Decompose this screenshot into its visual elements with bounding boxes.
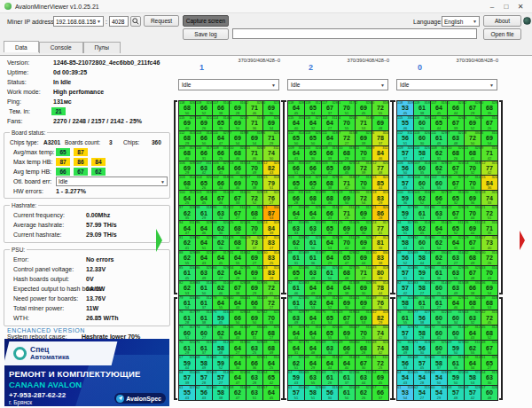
chip-cell: 773146138 [196, 310, 213, 326]
hw-errors-label: HW errors: [13, 188, 43, 194]
chip-cell: 623155427 [414, 386, 431, 401]
chip-cell: 1013166252 [414, 191, 431, 206]
row-label: Hash boards output: [13, 276, 69, 282]
window-title: AvalonMinerViewer v1.0.25.21 [15, 4, 485, 10]
close-button[interactable]: ✕ [513, 3, 528, 11]
chip-cell: 1023186644 [213, 176, 230, 191]
avg-max-temp-label: Avg/max temp: [13, 149, 55, 155]
chip-cell: 903126254 [431, 236, 448, 251]
chip-cell: 1123146550 [288, 131, 305, 146]
scroll-left-arrow-icon[interactable] [156, 229, 162, 252]
telegram-badge[interactable]: AvalonSpec [114, 393, 166, 404]
chip-cell: 93118446 [372, 146, 389, 161]
chip-cell: 583305748 [448, 386, 465, 401]
chip-cell: 1183286445 [288, 101, 305, 116]
scroll-right-arrow-icon[interactable] [520, 231, 525, 250]
chip-cell: 913286231 [288, 236, 305, 251]
status-indicator-icon[interactable] [523, 17, 531, 25]
chip-cell: 483247442 [372, 341, 389, 356]
chip-cell: 733295730 [397, 326, 414, 341]
chip-cell: 183158329 [372, 191, 389, 206]
chip-cell: 883156131 [288, 251, 305, 266]
chip-cell: 633276128 [322, 371, 339, 386]
chip-cell: 123238243 [263, 161, 280, 177]
temp-in-label: Тем. in: [9, 108, 30, 114]
chip-cell: 793245850 [397, 296, 414, 311]
chip-cell: 303308338 [372, 251, 389, 266]
ip-address-combo[interactable]: 192.168.68.158 ▼ [53, 16, 104, 27]
chevron-down-icon: ▼ [489, 82, 494, 88]
capture-screen-button[interactable]: Capture screen [183, 15, 229, 27]
banner-brand: AvalonSpec [126, 396, 161, 402]
chip-cell: 263226930 [356, 221, 372, 236]
chip-cell: 473306731 [246, 326, 263, 341]
chip-cell: 803126137 [196, 296, 213, 311]
chip-cell: 353146934 [246, 266, 263, 281]
tab-pools[interactable]: Пулы [83, 42, 121, 53]
tab-data[interactable]: Data [4, 41, 39, 52]
chip-cell: 463306955 [339, 326, 356, 341]
chip-cell: 953296446 [196, 221, 213, 236]
about-button[interactable]: About [483, 15, 521, 27]
board-mode-value: Idle [182, 82, 191, 88]
chip-cell: 783126452 [322, 296, 339, 311]
avg-temp-hb-row: Avg temp HB: 66 67 62 [4, 167, 169, 177]
enhanced-version-link[interactable]: ENCHANCED VERSION [7, 327, 85, 333]
chip-cell: 293186744 [465, 236, 481, 251]
chip-cell: 283117044 [339, 236, 356, 251]
chip-cell: 53157136 [246, 116, 263, 131]
hash-board-2: 370/390/408/428–02Idle▼11832864451193126… [286, 56, 391, 404]
chip-cell: 1003126425 [179, 191, 196, 206]
ping-label: Ping: [7, 98, 21, 105]
chip-cell: 523146440 [339, 356, 356, 371]
open-file-button[interactable]: Open file [483, 28, 521, 40]
tab-console[interactable]: Console [39, 42, 83, 53]
board-bracket [499, 100, 503, 294]
chip-cell: 343276428 [230, 266, 246, 281]
board-err-combo[interactable]: Idle ▼ [56, 177, 168, 186]
search-button[interactable] [130, 16, 141, 27]
banner-phone: +7-953-287-62-22 [9, 391, 66, 399]
chip-cell: 1013156445 [196, 191, 213, 206]
chip-cell: 783286455 [213, 296, 230, 311]
save-log-button[interactable]: Save log [183, 28, 229, 40]
request-button[interactable]: Request [144, 15, 179, 27]
chip-cell: 73157227 [339, 131, 356, 146]
board-number: 1 [200, 63, 204, 72]
chip-cell: 1163286050 [414, 116, 431, 131]
port-input[interactable] [109, 16, 129, 27]
chip-cell: 43207055 [339, 116, 356, 131]
chip-cell: 813106246 [213, 281, 230, 296]
chip-cell: 63107837 [372, 131, 389, 146]
row-label: WTH: [13, 315, 29, 321]
chip-cell: 133156640 [230, 161, 246, 177]
chip-cell: 1183195345 [397, 101, 414, 116]
board-mode-combo[interactable]: Idle▼ [396, 79, 497, 90]
max-hb-badge-3: 84 [91, 158, 106, 166]
board-mode-combo[interactable]: Idle▼ [287, 79, 388, 90]
chip-cell: 673255944 [179, 356, 196, 371]
chip-cell: 163187142 [339, 176, 356, 191]
chip-cell: 1123136829 [179, 131, 196, 146]
chip-cell: 513256527 [481, 356, 498, 371]
chip-cell: 1143116427 [322, 116, 339, 131]
chip-cell: 1133266030 [414, 131, 431, 146]
chip-cell: 1023296838 [322, 176, 339, 191]
row-value: 26.85 W/Th [86, 315, 119, 321]
minimize-button[interactable]: – [485, 3, 499, 11]
log-path-input[interactable] [232, 28, 477, 39]
chip-cell: 253116552 [448, 221, 465, 236]
chip-cell: 803306133 [414, 296, 431, 311]
board-mode-value: Idle [291, 82, 300, 88]
chip-cell: 943116447 [179, 221, 196, 236]
language-combo[interactable]: English ▼ [442, 16, 480, 27]
advertisement-banner[interactable]: Спец Автоматика РЕМОНТ И КОМПЛЕКТУЮЩИЕ C… [4, 339, 169, 406]
chip-cell: 243198439 [263, 221, 280, 236]
hashrate-groupbox: Hashrate: Current frequency:0.00Mhz Aver… [4, 205, 170, 243]
maximize-button[interactable]: □ [499, 3, 513, 11]
language-label: Language: [413, 19, 442, 25]
avalon-miner-viewer-window: { "window": { "title": "AvalonMinerViewe… [0, 0, 532, 408]
chip-cell: 843296227 [213, 266, 230, 281]
chip-cell: 373156349 [448, 281, 465, 296]
board-mode-combo[interactable]: Idle▼ [178, 79, 279, 90]
